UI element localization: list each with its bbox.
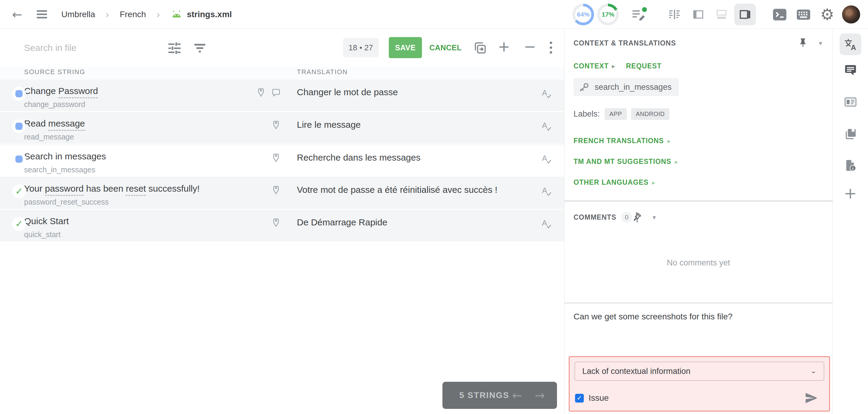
collapse-caret-icon[interactable]: ▾	[652, 214, 656, 221]
translations-tool-icon[interactable]: A	[840, 33, 861, 55]
console-icon[interactable]	[771, 6, 788, 23]
tab-request[interactable]: REQUEST	[626, 62, 661, 70]
source-cell: Read messageread_message	[0, 112, 288, 144]
table-header: SOURCE STRING TRANSLATION	[0, 67, 564, 79]
chevron-right-icon: ›	[105, 9, 110, 20]
svg-text:A: A	[542, 121, 547, 130]
context-panel: CONTEXT & TRANSLATIONS ▾ CONTEXT ▸ REQUE…	[564, 29, 832, 414]
strings-count-label: 5 STRINGS	[459, 390, 509, 400]
issue-type-value: Lack of contextual information	[582, 367, 690, 376]
svg-text:A: A	[542, 154, 547, 162]
breadcrumb-language[interactable]: French	[120, 10, 146, 19]
translated-progress-circle[interactable]: 64%	[572, 4, 594, 25]
search-input[interactable]	[24, 38, 154, 58]
svg-text:A: A	[542, 186, 547, 195]
section-link-other-languages[interactable]: OTHER LANGUAGES▸	[574, 179, 824, 187]
spellcheck-icon[interactable]: A	[541, 218, 553, 231]
tag-icon[interactable]	[271, 120, 281, 131]
user-avatar[interactable]	[842, 5, 860, 24]
file-info-tool-icon[interactable]	[840, 155, 861, 176]
string-row[interactable]: Search in messagessearch_in_messagesRech…	[0, 145, 564, 177]
string-key-pill[interactable]: search_in_messages	[574, 78, 679, 96]
next-page-icon[interactable]: →	[535, 389, 545, 401]
keyboard-shortcuts-icon[interactable]	[795, 6, 812, 23]
approved-progress-circle[interactable]: 17%	[597, 4, 619, 25]
translation-text: De Démarrage Rapide	[297, 216, 564, 229]
send-comment-icon[interactable]	[804, 391, 818, 405]
right-panel-view-icon[interactable]	[734, 4, 756, 25]
bottom-panel-view-icon[interactable]	[711, 4, 733, 25]
string-key: search_in_messages	[24, 165, 282, 174]
unpin-icon[interactable]	[630, 210, 644, 224]
spellcheck-icon[interactable]: A	[541, 87, 553, 101]
breadcrumb-file[interactable]: strings.xml	[170, 10, 232, 19]
side-toolbar: A	[832, 29, 868, 414]
label-chip: APP	[604, 108, 627, 120]
more-options-icon[interactable]	[549, 40, 553, 55]
string-key: change_password	[24, 100, 282, 109]
spellcheck-icon[interactable]: A	[541, 120, 553, 133]
string-row[interactable]: Read messageread_messageLire le messageA	[0, 112, 564, 145]
string-row[interactable]: Change Passwordchange_passwordChanger le…	[0, 79, 564, 112]
terms-tool-icon[interactable]	[840, 91, 861, 113]
pin-icon[interactable]	[798, 37, 808, 49]
translation-column-header: TRANSLATION	[297, 68, 348, 76]
expand-arrow-icon: ▸	[668, 137, 671, 145]
strings-count-pill: 5 STRINGS ← →	[442, 382, 557, 409]
zoom-out-icon[interactable]: −	[524, 39, 536, 54]
panel-title: CONTEXT & TRANSLATIONS	[574, 39, 676, 47]
translation-text: Votre mot de passe a été réinitialisé av…	[297, 183, 564, 196]
context-tabs: CONTEXT ▸ REQUEST	[564, 49, 832, 70]
cancel-button[interactable]: CANCEL	[427, 37, 464, 58]
tag-icon[interactable]	[271, 153, 281, 164]
comments-tool-icon[interactable]	[840, 60, 861, 82]
svg-text:A: A	[851, 43, 856, 52]
view-switcher	[664, 4, 756, 25]
translation-memory-tool-icon[interactable]	[840, 123, 861, 145]
breadcrumb-project[interactable]: Umbrella	[61, 10, 95, 19]
key-icon	[579, 82, 590, 93]
translation-text: Lire le message	[297, 118, 564, 131]
top-bar: ← Umbrella › French › strings.xml	[0, 0, 868, 29]
spellcheck-icon[interactable]: A	[541, 185, 553, 198]
translation-text: Recherche dans les messages	[297, 151, 564, 164]
copy-source-icon[interactable]	[472, 40, 488, 57]
section-link-french-translations[interactable]: FRENCH TRANSLATIONS▸	[574, 137, 824, 145]
issue-form: Lack of contextual information ⌄ ✓ Issue	[569, 356, 830, 412]
tab-context[interactable]: CONTEXT	[574, 62, 609, 70]
settings-gear-icon[interactable]: ⚙	[820, 7, 834, 22]
source-column-header: SOURCE STRING	[24, 68, 85, 76]
string-row[interactable]: ✓Your password has been reset successful…	[0, 177, 564, 210]
add-panel-icon[interactable]: +	[844, 185, 857, 201]
issue-checkbox[interactable]: ✓	[575, 394, 584, 403]
menu-icon[interactable]	[37, 10, 47, 19]
labels-title: Labels:	[574, 109, 600, 119]
previous-page-icon[interactable]: ←	[512, 389, 522, 401]
label-chip: ANDROID	[631, 108, 670, 120]
side-by-side-view-icon[interactable]	[664, 4, 685, 25]
string-key: quick_start	[24, 230, 282, 239]
filter-icon[interactable]	[192, 40, 208, 57]
filter-settings-icon[interactable]	[166, 40, 183, 57]
spellcheck-icon[interactable]: A	[541, 153, 553, 166]
comment-icon[interactable]	[271, 87, 281, 99]
string-key: read_message	[24, 133, 282, 141]
activity-notifications-icon[interactable]	[631, 7, 647, 22]
string-key: password_reset_success	[24, 198, 282, 206]
tag-icon[interactable]	[256, 87, 266, 99]
tag-icon[interactable]	[271, 185, 281, 196]
back-arrow-icon[interactable]: ←	[12, 8, 22, 21]
string-row[interactable]: ✓Quick Startquick_startDe Démarrage Rapi…	[0, 210, 564, 242]
untranslated-status-icon	[12, 87, 26, 101]
translation-cell: De Démarrage RapideA	[288, 210, 564, 241]
save-button[interactable]: SAVE	[389, 37, 422, 58]
source-cell: ✓Quick Startquick_start	[0, 210, 288, 241]
issue-type-select[interactable]: Lack of contextual information ⌄	[575, 361, 824, 381]
tag-icon[interactable]	[271, 218, 281, 229]
untranslated-status-icon	[12, 152, 26, 166]
left-panel-view-icon[interactable]	[687, 4, 709, 25]
section-link-tm-and-mt-suggestions[interactable]: TM AND MT SUGGESTIONS▸	[574, 158, 824, 166]
collapse-caret-icon[interactable]: ▾	[819, 39, 822, 47]
zoom-in-icon[interactable]: +	[498, 39, 510, 54]
string-counter-badge: 18 • 27	[343, 38, 378, 57]
